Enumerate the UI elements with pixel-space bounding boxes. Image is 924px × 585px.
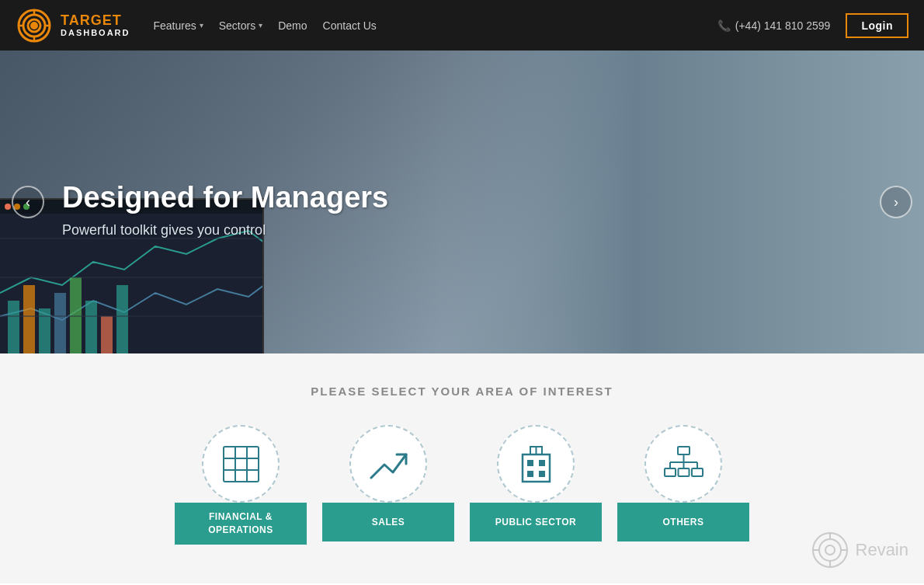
watermark: Revain (811, 531, 908, 569)
svg-rect-29 (523, 454, 550, 482)
svg-rect-10 (23, 285, 35, 353)
card-icon-wrapper-public (497, 425, 575, 503)
navbar-right: 📞 (+44) 141 810 2599 Login (717, 13, 908, 38)
others-icon (662, 443, 705, 486)
svg-rect-12 (54, 293, 66, 353)
chevron-down-icon: ▾ (259, 21, 262, 30)
svg-rect-30 (527, 460, 533, 466)
nav-features[interactable]: Features ▾ (154, 19, 203, 32)
svg-rect-11 (39, 308, 50, 353)
nav-sectors[interactable]: Sectors ▾ (219, 19, 262, 32)
nav-demo[interactable]: Demo (278, 19, 307, 32)
card-financial-operations[interactable]: FINANCIAL &OPERATIONS (175, 425, 307, 545)
card-icon-wrapper-financial (202, 425, 280, 503)
public-sector-icon (515, 443, 558, 486)
chevron-down-icon: ▾ (200, 21, 203, 30)
svg-rect-43 (678, 468, 689, 476)
nav-links: Features ▾ Sectors ▾ Demo Contact Us (154, 19, 377, 32)
card-label-others: OTHERS (617, 503, 749, 541)
hero-next-arrow[interactable]: › (880, 186, 912, 218)
card-label-public: PUBLIC SECTOR (470, 503, 602, 541)
nav-contact-us[interactable]: Contact Us (323, 19, 377, 32)
logo[interactable]: TARGET DASHBOARD (16, 7, 130, 44)
svg-rect-36 (678, 447, 690, 454)
revain-logo-icon (811, 531, 849, 569)
svg-point-46 (819, 539, 841, 561)
navbar-left: TARGET DASHBOARD Features ▾ Sectors ▾ De… (16, 7, 377, 44)
svg-point-47 (825, 545, 835, 555)
hero-person-image (443, 50, 924, 353)
sales-icon (367, 443, 410, 486)
hero-section: Designed for Managers Powerful toolkit g… (0, 50, 924, 353)
card-icon-wrapper-others (644, 425, 722, 503)
card-others[interactable]: OTHERS (617, 425, 749, 545)
interest-section: PLEASE SELECT YOUR AREA OF INTEREST FINA… (0, 353, 924, 583)
svg-rect-16 (116, 285, 128, 353)
interest-cards-container: FINANCIAL &OPERATIONS SALES (16, 425, 908, 545)
phone-icon: 📞 (717, 19, 731, 32)
svg-rect-13 (70, 277, 82, 353)
phone-container: 📞 (+44) 141 810 2599 (717, 19, 831, 32)
svg-rect-31 (539, 460, 545, 466)
svg-point-3 (32, 23, 37, 28)
logo-icon (16, 7, 53, 44)
card-label-financial: FINANCIAL &OPERATIONS (175, 503, 307, 545)
svg-rect-32 (527, 471, 533, 477)
login-button[interactable]: Login (846, 13, 908, 38)
logo-target-label: TARGET (61, 13, 130, 29)
hero-title: Designed for Managers (62, 181, 388, 214)
financial-icon (220, 443, 262, 486)
card-sales[interactable]: SALES (322, 425, 454, 545)
svg-rect-44 (692, 468, 703, 476)
svg-rect-9 (8, 301, 19, 353)
revain-text: Revain (856, 540, 908, 560)
svg-rect-42 (665, 468, 676, 476)
svg-rect-15 (101, 316, 113, 353)
card-icon-wrapper-sales (349, 425, 427, 503)
logo-text: TARGET DASHBOARD (61, 13, 130, 38)
hero-subtitle: Powerful toolkit gives you control (62, 222, 388, 239)
svg-rect-33 (539, 471, 545, 477)
card-label-sales: SALES (322, 503, 454, 541)
card-public-sector[interactable]: PUBLIC SECTOR (470, 425, 602, 545)
svg-rect-14 (85, 301, 97, 353)
logo-dashboard-label: DASHBOARD (61, 28, 130, 37)
svg-rect-24 (224, 447, 259, 482)
interest-section-title: PLEASE SELECT YOUR AREA OF INTEREST (16, 385, 908, 398)
navbar: TARGET DASHBOARD Features ▾ Sectors ▾ De… (0, 0, 924, 50)
hero-prev-arrow[interactable]: ‹ (12, 186, 44, 218)
hero-content: Designed for Managers Powerful toolkit g… (0, 165, 388, 239)
phone-number: (+44) 141 810 2599 (735, 19, 831, 32)
